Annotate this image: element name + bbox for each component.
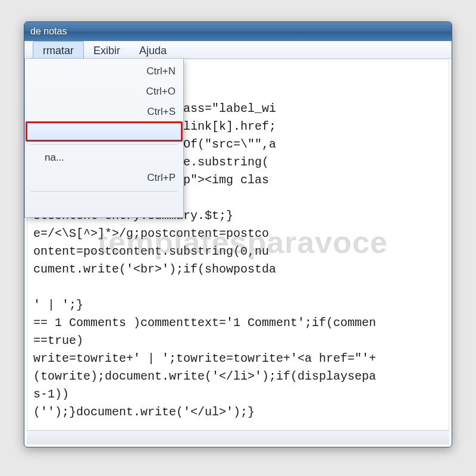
menu-item-shortcut: Ctrl+S: [147, 106, 176, 118]
menu-item-3[interactable]: [27, 122, 181, 141]
menu-separator: [30, 191, 178, 192]
menu-item-0[interactable]: Ctrl+N: [27, 61, 181, 82]
menu-item-6[interactable]: Ctrl+P: [27, 168, 181, 188]
menu-item-label: na...: [45, 152, 64, 164]
menu-item-shortcut: Ctrl+O: [146, 86, 176, 98]
menu-ajuda[interactable]: Ajuda: [130, 41, 176, 58]
menu-item-1[interactable]: Ctrl+O: [27, 82, 181, 102]
menu-item-8[interactable]: [27, 195, 181, 215]
menu-item-shortcut: Ctrl+N: [146, 65, 176, 77]
menu-item-2[interactable]: Ctrl+S: [27, 102, 181, 122]
menu-bar[interactable]: rmatar Exibir Ajuda: [24, 41, 452, 59]
menu-item-5[interactable]: na...: [27, 148, 181, 168]
menu-formatar[interactable]: rmatar: [33, 41, 84, 58]
window-title: de notas: [30, 26, 67, 37]
menu-exibir[interactable]: Exibir: [84, 41, 130, 58]
title-bar[interactable]: de notas: [24, 22, 452, 41]
menu-separator: [30, 144, 178, 145]
menu-item-shortcut: Ctrl+P: [147, 172, 176, 184]
status-bar: [27, 430, 449, 444]
file-dropdown-menu[interactable]: Ctrl+NCtrl+OCtrl+Sna...Ctrl+P: [24, 59, 184, 218]
notepad-window: de notas rmatar Exibir Ajuda pcument.wri…: [24, 21, 452, 447]
